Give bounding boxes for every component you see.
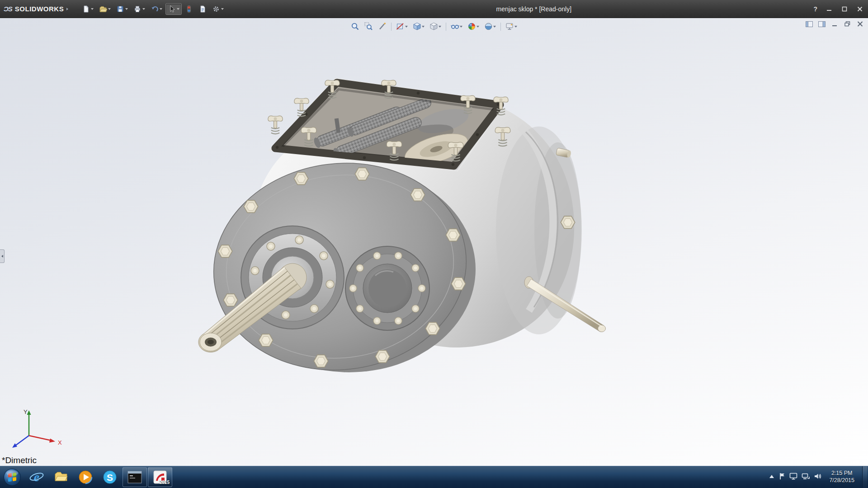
maximize-button[interactable] — [839, 5, 850, 14]
view-settings-icon — [505, 22, 514, 31]
select-button[interactable] — [165, 3, 182, 15]
show-hidden-icons-button[interactable] — [769, 473, 775, 481]
document-restore-button[interactable] — [843, 20, 852, 28]
maximize-icon — [842, 6, 847, 12]
printer-icon — [133, 5, 142, 13]
dropdown-caret-icon — [91, 8, 94, 11]
hide-show-glasses-icon — [451, 22, 459, 31]
minimize-icon — [826, 6, 832, 12]
solidworks-logo[interactable]: ƆS SOLIDWORKS — [0, 0, 75, 18]
network-status-button[interactable] — [802, 473, 810, 482]
file-properties-icon — [198, 5, 207, 13]
graphics-area[interactable]: Y X *Dimetric — [0, 18, 868, 466]
taskbar-apps: e S — [0, 466, 173, 488]
tray-date: 7/28/2015 — [829, 477, 854, 484]
model-canvas[interactable] — [0, 18, 868, 466]
taskbar-internet-explorer[interactable]: e — [24, 466, 49, 488]
document-window-controls — [805, 20, 864, 28]
close-icon — [857, 21, 863, 27]
zoom-to-fit-button[interactable] — [349, 21, 361, 32]
undo-button[interactable] — [148, 3, 165, 15]
main-toolbar — [80, 3, 226, 15]
logo-menu-arrow-icon — [66, 8, 70, 10]
triad-y-label: Y — [24, 408, 28, 415]
skype-letter: S — [107, 472, 113, 483]
section-view-button[interactable] — [394, 21, 410, 32]
volume-button[interactable] — [814, 473, 821, 482]
file-properties-button[interactable] — [196, 3, 209, 15]
display-settings-button[interactable] — [789, 473, 797, 482]
apply-scene-icon — [484, 22, 493, 31]
windows-start-orb-icon — [3, 468, 22, 487]
minimize-icon — [832, 21, 838, 27]
edit-appearance-button[interactable] — [466, 21, 481, 32]
taskbar-skype[interactable]: S — [98, 466, 122, 488]
network-icon — [802, 473, 810, 480]
action-center-button[interactable] — [779, 473, 785, 482]
save-button[interactable] — [114, 3, 130, 15]
options-button[interactable] — [210, 3, 226, 15]
view-settings-button[interactable] — [504, 21, 519, 32]
display-style-button[interactable] — [428, 21, 443, 32]
taskbar-command-prompt[interactable] — [123, 467, 147, 487]
display-style-icon — [429, 22, 438, 31]
dropdown-caret-icon — [493, 26, 496, 29]
pane-left-icon — [806, 21, 813, 27]
zoom-to-fit-icon — [351, 22, 359, 31]
media-player-icon — [78, 469, 93, 485]
new-button[interactable] — [80, 3, 96, 15]
dropdown-caret-icon — [405, 26, 408, 29]
document-minimize-button[interactable] — [830, 20, 839, 28]
show-desktop-button[interactable] — [862, 466, 867, 488]
taskbar-solidworks[interactable]: 2015 — [148, 467, 172, 487]
options-gear-icon — [212, 5, 220, 13]
show-display-pane-button[interactable] — [817, 20, 826, 28]
new-file-icon — [82, 5, 90, 13]
dropdown-caret-icon — [177, 8, 179, 11]
dropdown-caret-icon — [221, 8, 224, 11]
zoom-to-area-button[interactable] — [363, 21, 375, 32]
solidworks-logo-text: SOLIDWORKS — [15, 5, 64, 13]
open-button[interactable] — [97, 3, 113, 15]
taskbar-file-explorer[interactable] — [49, 466, 73, 488]
zoom-to-area-icon — [364, 22, 373, 31]
folder-icon — [53, 469, 69, 485]
left-pane-expander[interactable] — [0, 249, 5, 263]
rebuild-stoplight-icon — [185, 5, 193, 13]
print-button[interactable] — [131, 3, 147, 15]
chevron-left-icon — [0, 255, 3, 258]
help-button[interactable]: ? — [811, 5, 819, 14]
dropdown-caret-icon — [125, 8, 128, 11]
undo-arrow-icon — [151, 5, 159, 13]
toolbar-separator — [446, 23, 446, 31]
close-button[interactable] — [854, 5, 865, 14]
minimize-button[interactable] — [824, 5, 835, 14]
headsup-toolbar — [349, 21, 519, 32]
save-floppy-icon — [116, 5, 124, 13]
dropdown-caret-icon — [160, 8, 162, 11]
model-output-boss[interactable] — [345, 246, 429, 330]
titlebar-controls: ? — [811, 0, 865, 18]
hide-show-items-button[interactable] — [449, 21, 464, 32]
taskbar-media-player[interactable] — [73, 466, 98, 488]
view-orientation-label: *Dimetric — [2, 455, 37, 465]
system-tray: 2:15 PM 7/28/2015 — [769, 466, 868, 488]
speaker-icon — [814, 473, 821, 480]
titlebar: ƆS SOLIDWORKS — [0, 0, 868, 18]
internet-explorer-icon: e — [29, 469, 44, 485]
previous-view-button[interactable] — [376, 21, 388, 32]
show-feature-pane-button[interactable] — [805, 20, 814, 28]
triad-x-label: X — [58, 439, 62, 446]
document-close-button[interactable] — [855, 20, 864, 28]
start-button[interactable] — [0, 466, 24, 488]
pane-right-icon — [818, 21, 826, 27]
rebuild-button[interactable] — [183, 3, 195, 15]
apply-scene-button[interactable] — [482, 21, 498, 32]
solidworks-year-badge: 2015 — [160, 480, 170, 485]
tray-clock[interactable]: 2:15 PM 7/28/2015 — [826, 470, 858, 484]
view-orientation-cube-icon — [413, 22, 421, 31]
view-orientation-button[interactable] — [411, 21, 426, 32]
edit-appearance-ball-icon — [467, 22, 476, 31]
tray-time: 2:15 PM — [831, 470, 853, 477]
window-title: menjac sklop * [Read-only] — [496, 5, 572, 13]
